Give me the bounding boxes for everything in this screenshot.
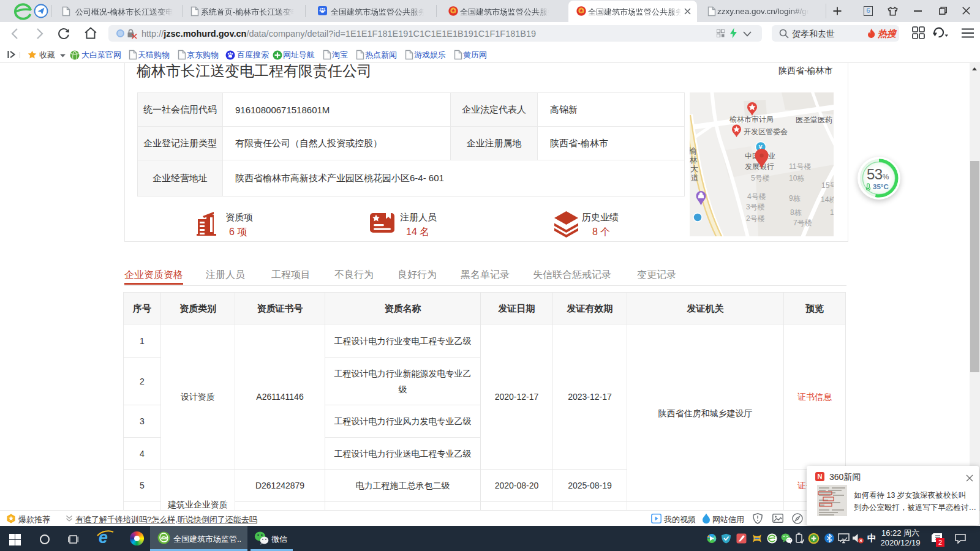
svg-text:10栋: 10栋 (789, 174, 804, 182)
svg-text:2号楼: 2号楼 (746, 214, 765, 223)
svg-text:1: 1 (830, 208, 834, 217)
svg-text:9栋: 9栋 (789, 194, 801, 203)
svg-text:14栋: 14栋 (821, 195, 834, 204)
svg-text:11号楼: 11号楼 (789, 162, 811, 171)
svg-text:4号楼: 4号楼 (747, 192, 766, 201)
svg-text:开发区管委会: 开发区管委会 (744, 127, 788, 136)
svg-text:5号楼: 5号楼 (751, 174, 770, 182)
svg-text:道: 道 (691, 173, 699, 182)
svg-text:8栋: 8栋 (790, 208, 802, 217)
svg-text:7号楼: 7号楼 (793, 219, 812, 227)
svg-text:医圣堂医药: 医圣堂医药 (796, 116, 832, 124)
svg-text:榆林市审计局: 榆林市审计局 (729, 115, 774, 124)
svg-text:15号: 15号 (821, 181, 834, 190)
svg-text:3号楼: 3号楼 (746, 203, 765, 211)
svg-text:榆: 榆 (690, 146, 696, 156)
svg-text:林: 林 (690, 156, 698, 165)
svg-text:业: 业 (768, 152, 775, 160)
svg-text:大: 大 (690, 164, 698, 173)
